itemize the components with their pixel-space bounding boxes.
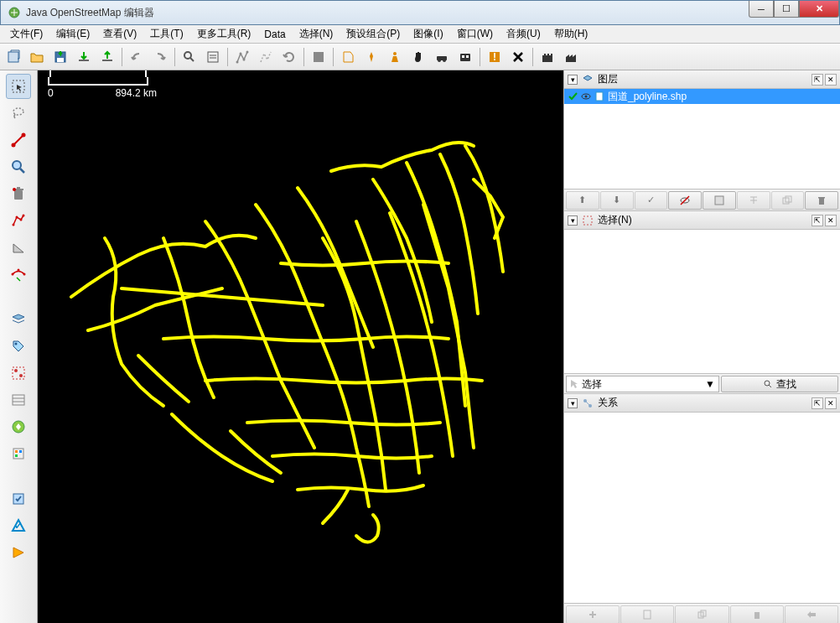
open-button[interactable] [25, 46, 49, 68]
panel-pin-icon[interactable]: ⇱ [811, 215, 823, 226]
panel-tags-icon[interactable] [6, 334, 31, 359]
left-tool-palette: ✓ [0, 70, 38, 623]
panel-pin-icon[interactable]: ⇱ [811, 74, 823, 86]
panel-relations-icon[interactable] [6, 387, 31, 413]
eye-icon[interactable] [581, 91, 591, 101]
collapse-icon[interactable]: ▾ [568, 215, 578, 226]
warning-button[interactable]: ! [483, 46, 506, 68]
minimize-button[interactable]: ─ [749, 1, 774, 18]
window-titlebar: Java OpenStreetMap 编辑器 ─ ☐ ✕ [0, 0, 840, 25]
tool-zoom[interactable] [6, 154, 31, 179]
panel-selection-icon[interactable] [6, 361, 31, 386]
svg-rect-55 [818, 197, 825, 199]
layer-activate-button[interactable]: ✓ [635, 191, 668, 210]
layer-delete-button[interactable] [805, 191, 838, 210]
menu-data[interactable]: Data [257, 27, 292, 42]
bus-button[interactable] [454, 46, 477, 68]
upload-button[interactable] [96, 46, 119, 68]
panel-close-icon[interactable]: ✕ [825, 397, 837, 409]
relation-new-button[interactable] [566, 605, 620, 624]
tool-delete[interactable] [6, 181, 31, 206]
note-button[interactable] [336, 46, 360, 68]
panel-layers-icon[interactable] [6, 307, 31, 332]
hand-button[interactable] [407, 46, 430, 68]
svg-rect-1 [8, 52, 18, 62]
hatch-button[interactable] [307, 46, 330, 68]
close-button[interactable]: ✕ [799, 1, 839, 18]
menu-image[interactable]: 图像(I) [407, 25, 449, 43]
undo-button[interactable] [125, 46, 148, 68]
wireframe-alt-button[interactable] [254, 46, 277, 68]
relation-delete-button[interactable] [730, 605, 784, 624]
relations-toolbar [564, 603, 840, 623]
menu-select[interactable]: 选择(N) [293, 25, 340, 43]
relations-panel-title: 关系 [598, 396, 811, 410]
tool-select[interactable] [6, 74, 31, 99]
map-canvas[interactable]: 0 894.2 km [38, 70, 563, 623]
tool-angle[interactable] [6, 235, 31, 260]
panel-close-icon[interactable]: ✕ [825, 74, 837, 86]
layer-visibility-button[interactable] [668, 191, 702, 210]
person-button[interactable] [383, 46, 407, 68]
panel-changeset-icon[interactable] [6, 486, 31, 511]
selection-panel-header: ▾ 选择(N) ⇱ ✕ [564, 211, 840, 230]
layer-item[interactable]: 国道_polyline.shp [564, 89, 840, 104]
save-button[interactable] [49, 46, 72, 68]
tool-extrude[interactable] [6, 208, 31, 233]
download-button[interactable] [72, 46, 96, 68]
layer-down-button[interactable]: ⬇ [600, 191, 634, 210]
car-button[interactable] [430, 46, 454, 68]
relation-edit-button[interactable] [620, 605, 674, 624]
redo-button[interactable] [148, 46, 172, 68]
panel-pin-icon[interactable]: ⇱ [811, 397, 823, 409]
layer-opacity-button[interactable] [703, 191, 736, 210]
collapse-icon[interactable]: ▾ [568, 75, 578, 85]
svg-point-21 [13, 108, 23, 115]
layer-merge-button[interactable] [737, 191, 770, 210]
preferences-button[interactable] [201, 46, 225, 68]
svg-point-11 [393, 52, 397, 55]
menu-file[interactable]: 文件(F) [3, 25, 49, 43]
pin-button[interactable] [360, 46, 383, 68]
tool-lasso[interactable] [6, 101, 31, 126]
menu-audio[interactable]: 音频(U) [500, 25, 547, 43]
menu-edit[interactable]: 编辑(E) [49, 25, 96, 43]
collapse-icon[interactable]: ▾ [568, 398, 578, 408]
menu-more-tools[interactable]: 更多工具(R) [190, 25, 258, 43]
cross-button[interactable] [506, 46, 530, 68]
panel-mapillary-icon[interactable] [6, 414, 31, 439]
menu-view[interactable]: 查看(V) [96, 25, 143, 43]
factory-button[interactable] [559, 46, 583, 68]
refresh-button[interactable] [277, 46, 301, 68]
panel-validator-icon[interactable] [6, 540, 31, 565]
svg-point-38 [19, 374, 23, 377]
menu-help[interactable]: 帮助(H) [547, 25, 595, 43]
layer-duplicate-button[interactable] [771, 191, 805, 210]
tool-draw-node[interactable] [6, 127, 31, 153]
menu-window[interactable]: 窗口(W) [450, 25, 500, 43]
maximize-button[interactable]: ☐ [774, 1, 799, 18]
panel-close-icon[interactable]: ✕ [825, 215, 837, 226]
castle-button[interactable] [536, 46, 559, 68]
svg-rect-25 [14, 190, 23, 200]
svg-point-28 [13, 224, 15, 226]
svg-rect-10 [314, 52, 324, 62]
panel-conflict-icon[interactable]: ✓ [6, 513, 31, 538]
wireframe-button[interactable] [231, 46, 254, 68]
menu-preset[interactable]: 预设组合(P) [340, 25, 407, 43]
road-network [38, 70, 541, 607]
new-layer-button[interactable] [2, 46, 25, 68]
selection-list [564, 230, 840, 373]
svg-rect-60 [644, 610, 651, 619]
selection-combo[interactable]: 选择 ▼ [566, 376, 719, 392]
panel-filter-icon[interactable] [6, 441, 31, 466]
relation-duplicate-button[interactable] [675, 605, 729, 624]
search-button[interactable] [178, 46, 201, 68]
relation-select-button[interactable] [785, 605, 838, 624]
layer-up-button[interactable]: ⬆ [566, 191, 599, 210]
find-button[interactable]: 查找 [721, 376, 838, 392]
tool-improve[interactable] [6, 262, 31, 287]
check-icon [568, 91, 578, 101]
window-title: Java OpenStreetMap 编辑器 [26, 6, 154, 20]
menu-tool[interactable]: 工具(T) [143, 25, 189, 43]
